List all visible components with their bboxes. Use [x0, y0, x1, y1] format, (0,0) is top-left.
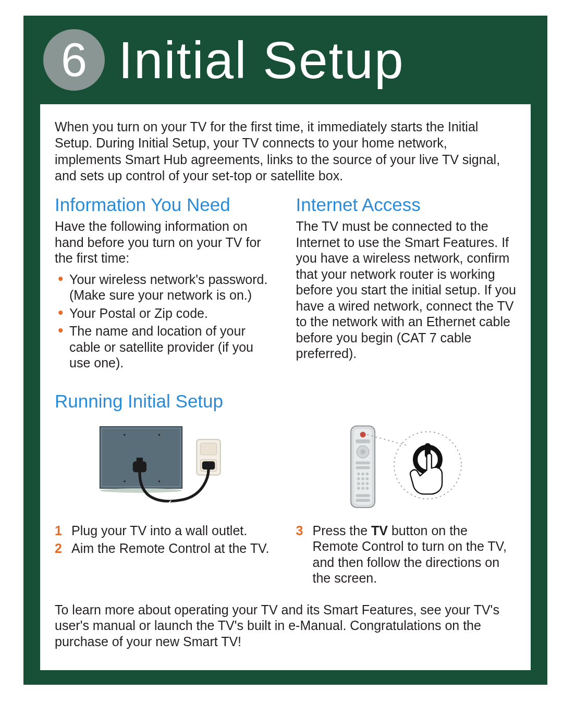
svg-point-8	[100, 488, 182, 492]
svg-point-32	[365, 487, 369, 490]
remote-power-icon	[336, 422, 476, 513]
remote-power-illustration	[296, 422, 517, 513]
steps-row: 1 Plug your TV into a wall outlet. 2 Aim…	[55, 523, 516, 588]
internet-body: The TV must be connected to the Internet…	[296, 218, 517, 362]
svg-point-5	[158, 480, 161, 483]
svg-rect-33	[356, 494, 370, 497]
svg-point-15	[360, 431, 365, 437]
tv-plug-illustration	[55, 422, 275, 513]
svg-point-3	[158, 434, 161, 436]
tv-plug-icon	[76, 422, 253, 513]
running-heading: Running Initial Setup	[55, 391, 516, 412]
svg-point-18	[360, 449, 365, 454]
svg-point-21	[357, 472, 360, 475]
illustration-row	[55, 422, 516, 513]
step-number: 1	[55, 523, 65, 539]
svg-point-2	[124, 434, 126, 436]
steps-left: 1 Plug your TV into a wall outlet. 2 Aim…	[55, 523, 275, 588]
step-text: Plug your TV into a wall outlet.	[71, 523, 247, 539]
step-line: 1 Plug your TV into a wall outlet.	[55, 523, 275, 539]
svg-point-31	[361, 487, 364, 490]
list-item: The name and location of your cable or s…	[55, 323, 275, 371]
svg-point-30	[357, 487, 360, 490]
svg-rect-16	[356, 439, 370, 443]
svg-rect-19	[356, 461, 370, 464]
internet-column: Internet Access The TV must be connected…	[296, 194, 517, 373]
green-band: 6 Initial Setup When you turn on your TV…	[23, 16, 547, 685]
svg-rect-10	[201, 443, 217, 455]
footer-paragraph: To learn more about operating your TV an…	[55, 602, 516, 650]
svg-point-22	[361, 472, 364, 475]
svg-point-26	[365, 477, 369, 480]
info-body: Have the following information on hand b…	[55, 218, 275, 266]
svg-point-25	[361, 477, 364, 480]
step-line: 3 Press the TV button on the Remote Cont…	[296, 523, 517, 586]
steps-right: 3 Press the TV button on the Remote Cont…	[296, 523, 517, 588]
internet-heading: Internet Access	[296, 194, 517, 215]
svg-point-27	[357, 482, 360, 485]
list-item: Your Postal or Zip code.	[55, 305, 275, 322]
content-card: When you turn on your TV for the first t…	[40, 104, 531, 670]
info-column: Information You Need Have the following …	[55, 194, 275, 373]
svg-rect-34	[356, 499, 370, 502]
info-bullets: Your wireless network's password. (Make …	[55, 272, 275, 371]
running-section: Running Initial Setup	[55, 391, 516, 650]
svg-point-28	[361, 482, 364, 485]
step-line: 2 Aim the Remote Control at the TV.	[55, 540, 275, 557]
step-number: 2	[55, 540, 65, 557]
intro-paragraph: When you turn on your TV for the first t…	[55, 119, 516, 184]
svg-point-23	[365, 472, 369, 475]
svg-rect-7	[137, 458, 143, 463]
list-item: Your wireless network's password. (Make …	[55, 272, 275, 303]
page-header: 6 Initial Setup	[23, 16, 547, 104]
step-text: Aim the Remote Control at the TV.	[71, 540, 269, 557]
two-column-row: Information You Need Have the following …	[55, 194, 516, 373]
step-number: 3	[296, 523, 307, 586]
manual-page: 6 Initial Setup When you turn on your TV…	[0, 16, 563, 728]
svg-rect-20	[356, 466, 370, 469]
svg-point-24	[357, 477, 360, 480]
info-heading: Information You Need	[55, 194, 275, 215]
svg-point-4	[124, 480, 126, 483]
page-title: Initial Setup	[118, 30, 405, 90]
step-badge: 6	[43, 29, 105, 91]
svg-point-29	[365, 482, 369, 485]
step-text: Press the TV button on the Remote Contro…	[313, 523, 517, 586]
